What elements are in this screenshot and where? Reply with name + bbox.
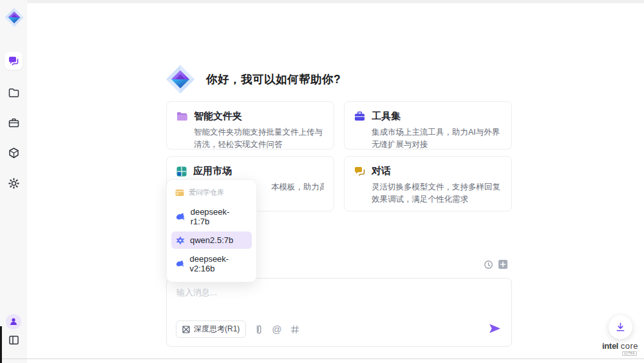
card-title: 工具集 [372,110,401,123]
message-input-placeholder: 输入消息... [176,287,217,299]
user-avatar[interactable] [6,314,21,329]
app-market-icon [176,166,187,177]
sidebar-item-settings[interactable] [0,177,27,190]
sidebar-item-toolkit[interactable] [0,117,27,129]
card-title: 智能文件夹 [194,110,242,123]
user-icon [9,317,18,326]
briefcase-icon [8,117,20,129]
window-edge-artifact [0,326,2,363]
greeting-title: 你好，我可以如何帮助你? [206,72,341,87]
new-chat-button[interactable] [498,259,508,272]
dropdown-item-label: qwen2.5:7b [190,235,233,245]
at-icon: @ [272,324,281,335]
dropdown-group-label: 爱问学仓库 [189,188,224,197]
window-top-edge [0,0,644,3]
deepseek-whale-icon [176,213,185,221]
deep-think-toggle[interactable]: 深度思考(R1) [176,320,246,338]
card-smart-folder[interactable]: 智能文件夹 智能文件夹功能支持批量文件上传与清洗，轻松实现文件问答 [166,101,334,150]
dialog-gold-icon [354,166,365,176]
greeting-logo-icon [165,63,196,95]
intel-brand-text: intel [602,341,618,351]
card-title: 对话 [372,165,391,177]
download-button[interactable] [609,315,632,339]
gear-icon [8,177,20,190]
template-grid-button[interactable] [290,325,299,334]
chat-icon [8,55,19,66]
card-desc: 灵活切换多模型文件，支持多样回复效果调试，满足个性化需求 [372,181,502,206]
dropdown-item-label: deepseek-v2:16b [189,254,247,273]
sidebar-item-folders[interactable] [0,86,27,99]
folder-icon [8,86,20,99]
card-desc: 智能文件夹功能支持批量文件上传与清洗，轻松实现文件问答 [194,126,324,151]
dropdown-item-qwen[interactable]: qwen2.5:7b [171,231,252,249]
logo-diamond-icon [4,7,24,28]
sidebar-item-models[interactable] [0,147,27,159]
intel-ultra-badge: ULTRA [622,351,637,356]
card-title: 应用市场 [193,165,232,177]
paperclip-icon [254,324,263,335]
cube-icon [8,147,20,159]
deep-think-label: 深度思考(R1) [194,324,240,335]
send-button[interactable] [489,323,501,337]
briefcase-indigo-icon [354,112,365,121]
new-chat-icon [498,259,508,270]
repo-icon [175,189,184,197]
dropdown-item-label: deepseek-r1:7b [191,207,247,226]
attach-file-button[interactable] [254,324,263,335]
sidebar [0,0,27,363]
mention-button[interactable]: @ [272,324,281,335]
panel-layout-icon [8,334,20,346]
send-icon [489,323,501,334]
dropdown-item-deepseek-r1[interactable]: deepseek-r1:7b [171,203,252,230]
collapse-panel-button[interactable] [0,334,27,346]
card-toolkit[interactable]: 工具集 集成市场上主流工具，助力AI与外界无缝扩展与对接 [344,101,512,150]
qwen-icon [176,236,185,245]
history-clock-icon [484,260,493,270]
download-icon [615,322,626,333]
card-desc: 集成市场上主流工具，助力AI与外界无缝扩展与对接 [372,126,502,151]
dropdown-item-deepseek-v2[interactable]: deepseek-v2:16b [171,250,252,277]
folder-purple-icon [176,112,187,121]
card-desc-visible: 本模板，助力高效生成多 [271,181,324,193]
deepseek-whale-icon [176,260,184,268]
message-composer[interactable]: 输入消息... 深度思考(R1) @ [166,278,512,347]
history-button[interactable] [484,260,493,272]
sidebar-item-chat[interactable] [5,52,23,70]
grid-hash-icon [290,325,299,334]
greeting: 你好，我可以如何帮助你? [165,63,341,95]
dropdown-group-header: 爱问学仓库 [171,184,252,202]
window-bottom-edge [0,358,644,359]
app-logo[interactable] [4,7,24,28]
intel-core-text: core [621,341,638,351]
model-dropdown: 爱问学仓库 deepseek-r1:7b qwen2.5:7b deepseek… [166,179,257,282]
card-dialog[interactable]: 对话 灵活切换多模型文件，支持多样回复效果调试，满足个性化需求 [344,156,512,211]
intel-core-logo: intel core ULTRA [598,341,643,356]
deep-think-icon [182,326,190,333]
composer-toolbar: 深度思考(R1) @ [176,320,299,338]
